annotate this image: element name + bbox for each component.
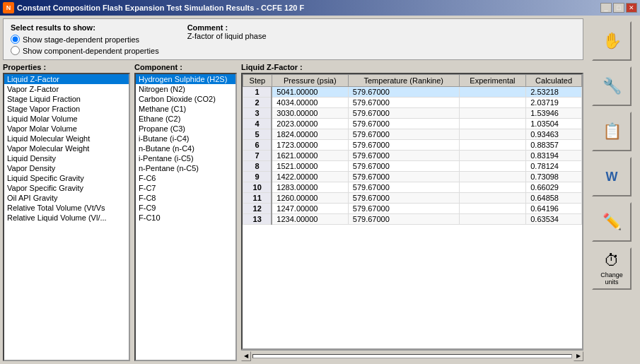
- component-item[interactable]: Propane (C3): [136, 124, 235, 134]
- horizontal-scrollbar[interactable]: ◀ ▶: [241, 350, 583, 361]
- table-cell-step: 4: [243, 119, 272, 129]
- table-row[interactable]: 33030.00000579.670001.53946: [243, 108, 582, 119]
- component-item[interactable]: F-C8: [136, 193, 235, 203]
- radio-component-input[interactable]: [11, 46, 20, 55]
- table-cell-step: 2: [243, 98, 272, 108]
- pencil-icon: ✏️: [603, 213, 622, 231]
- table-cell-pressure: 2023.00000: [272, 119, 348, 129]
- property-item[interactable]: Vapor Specific Gravity: [4, 183, 129, 193]
- property-item[interactable]: Liquid Specific Gravity: [4, 173, 129, 183]
- component-item[interactable]: Nitrogen (N2): [136, 84, 235, 94]
- table-row[interactable]: 81521.00000579.670000.78124: [243, 161, 582, 172]
- table-cell-calculated: 0.93463: [526, 129, 582, 140]
- properties-list-container: Liquid Z-FactorVapor Z-FactorStage Liqui…: [3, 73, 130, 361]
- table-cell-temperature: 579.67000: [348, 182, 459, 193]
- middle-area: Properties : Liquid Z-FactorVapor Z-Fact…: [3, 63, 583, 361]
- table-row[interactable]: 101283.00000579.670000.66029: [243, 182, 582, 193]
- maximize-button[interactable]: □: [613, 3, 624, 13]
- table-cell-pressure: 1621.00000: [272, 151, 348, 161]
- table-cell-temperature: 579.67000: [348, 129, 459, 140]
- app-icon: N: [3, 2, 14, 13]
- scroll-track[interactable]: [252, 354, 572, 358]
- component-list[interactable]: Hydrogen Sulphide (H2S)Nitrogen (N2)Carb…: [136, 74, 235, 360]
- property-item[interactable]: Vapor Density: [4, 163, 129, 173]
- table-row[interactable]: 61723.00000579.670000.88357: [243, 140, 582, 151]
- table-row[interactable]: 91422.00000579.670000.73098: [243, 172, 582, 182]
- table-row[interactable]: 111260.00000579.670000.64858: [243, 193, 582, 204]
- table-row[interactable]: 42023.00000579.670001.03504: [243, 119, 582, 129]
- scroll-left-btn[interactable]: ◀: [241, 351, 251, 361]
- hand-tool-button[interactable]: ✋: [592, 21, 632, 61]
- property-item[interactable]: Liquid Z-Factor: [4, 74, 129, 84]
- property-item[interactable]: Vapor Molar Volume: [4, 124, 129, 134]
- table-row[interactable]: 15041.00000579.670002.53218: [243, 87, 582, 98]
- property-item[interactable]: Vapor Z-Factor: [4, 84, 129, 94]
- component-item[interactable]: F-C7: [136, 183, 235, 193]
- property-item[interactable]: Relative Liquid Volume (Vl/...: [4, 213, 129, 223]
- table-cell-step: 12: [243, 204, 272, 214]
- component-item[interactable]: n-Pentane (n-C5): [136, 163, 235, 173]
- scroll-right-btn[interactable]: ▶: [574, 351, 583, 361]
- table-cell-pressure: 1723.00000: [272, 140, 348, 151]
- table-row[interactable]: 24034.00000579.670002.03719: [243, 98, 582, 108]
- table-cell-step: 1: [243, 87, 272, 98]
- change-units-label: Change units: [596, 271, 627, 286]
- clipboard-button[interactable]: 📋: [592, 112, 632, 151]
- table-cell-experimental: [459, 108, 526, 119]
- table-cell-temperature: 579.67000: [348, 161, 459, 172]
- word-button[interactable]: W: [592, 157, 632, 196]
- table-row[interactable]: 131234.00000579.670000.63534: [243, 214, 582, 225]
- main-content: Select results to show: Show stage-depen…: [0, 16, 640, 364]
- component-item[interactable]: i-Butane (i-C4): [136, 134, 235, 143]
- table-cell-temperature: 579.67000: [348, 204, 459, 214]
- table-cell-step: 8: [243, 161, 272, 172]
- component-item[interactable]: F-C10: [136, 213, 235, 223]
- clock-icon: ⏱: [604, 252, 619, 270]
- property-item[interactable]: Oil API Gravity: [4, 193, 129, 203]
- property-item[interactable]: Vapor Molecular Weight: [4, 143, 129, 153]
- table-container[interactable]: StepPressure (psia)Temperature (Rankine)…: [241, 73, 583, 350]
- table-cell-experimental: [459, 129, 526, 140]
- table-cell-step: 9: [243, 172, 272, 182]
- table-row[interactable]: 121247.00000579.670000.64196: [243, 204, 582, 214]
- table-header: Step: [243, 75, 272, 87]
- table-cell-experimental: [459, 119, 526, 129]
- property-item[interactable]: Relative Total Volume (Vt/Vs: [4, 203, 129, 213]
- tools-button[interactable]: 🔧: [592, 66, 632, 106]
- table-row[interactable]: 71621.00000579.670000.83194: [243, 151, 582, 161]
- property-item[interactable]: Liquid Molar Volume: [4, 114, 129, 124]
- property-item[interactable]: Stage Vapor Fraction: [4, 104, 129, 114]
- radio-stage-dependent[interactable]: Show stage-dependent properties: [11, 35, 159, 44]
- table-cell-pressure: 4034.00000: [272, 98, 348, 108]
- minimize-button[interactable]: _: [600, 3, 612, 13]
- component-item[interactable]: Hydrogen Sulphide (H2S): [136, 74, 235, 84]
- table-cell-step: 5: [243, 129, 272, 140]
- pencil-button[interactable]: ✏️: [592, 202, 632, 242]
- component-item[interactable]: F-C9: [136, 203, 235, 213]
- table-title: Liquid Z-Factor :: [241, 63, 583, 71]
- close-button[interactable]: ✕: [626, 3, 637, 13]
- component-item[interactable]: Carbon Dioxide (CO2): [136, 94, 235, 104]
- clipboard-icon: 📋: [603, 122, 622, 141]
- component-item[interactable]: n-Butane (n-C4): [136, 143, 235, 153]
- property-item[interactable]: Liquid Density: [4, 153, 129, 163]
- change-units-button[interactable]: ⏱ Change units: [592, 247, 632, 290]
- component-item[interactable]: Methane (C1): [136, 104, 235, 114]
- table-cell-pressure: 1521.00000: [272, 161, 348, 172]
- table-row[interactable]: 51824.00000579.670000.93463: [243, 129, 582, 140]
- property-item[interactable]: Liquid Molecular Weight: [4, 134, 129, 143]
- table-cell-pressure: 1234.00000: [272, 214, 348, 225]
- radio-component-dependent[interactable]: Show component-dependent properties: [11, 46, 159, 55]
- table-cell-temperature: 579.67000: [348, 193, 459, 204]
- table-cell-calculated: 0.64858: [526, 193, 582, 204]
- left-panel: Select results to show: Show stage-depen…: [3, 18, 583, 361]
- table-cell-calculated: 0.78124: [526, 161, 582, 172]
- component-item[interactable]: Ethane (C2): [136, 114, 235, 124]
- properties-list[interactable]: Liquid Z-FactorVapor Z-FactorStage Liqui…: [4, 74, 129, 360]
- property-item[interactable]: Stage Liquid Fraction: [4, 94, 129, 104]
- radio-stage-input[interactable]: [11, 35, 20, 44]
- component-item[interactable]: F-C6: [136, 173, 235, 183]
- wrench-icon: 🔧: [603, 77, 622, 95]
- component-item[interactable]: i-Pentane (i-C5): [136, 153, 235, 163]
- component-panel: Component : Hydrogen Sulphide (H2S)Nitro…: [134, 63, 237, 361]
